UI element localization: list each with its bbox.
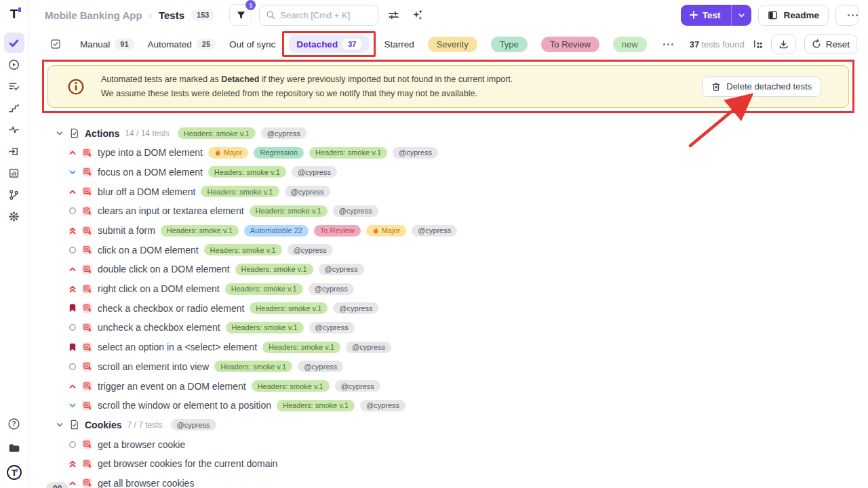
test-row[interactable]: scroll an element into viewHeaders: smok…	[28, 357, 868, 377]
suite-row[interactable]: Actions14 / 14 testsHeaders: smoke v.1@c…	[28, 123, 868, 143]
test-row[interactable]: get browser cookies for the current doma…	[28, 454, 868, 474]
test-title[interactable]: select an option in a <select> element	[98, 342, 257, 352]
more-actions-button[interactable]	[835, 5, 859, 26]
search-input[interactable]	[280, 10, 372, 20]
chevron-down-icon	[738, 12, 745, 19]
test-title[interactable]: get a browser cookie	[98, 439, 185, 450]
badge-headers-smoke-v-1: Headers: smoke v.1	[178, 127, 256, 139]
test-title[interactable]: focus on a DOM element	[98, 167, 203, 178]
test-row[interactable]: get a browser cookie	[28, 434, 868, 454]
test-row[interactable]: type into a DOM elementMajorRegressionHe…	[28, 143, 868, 163]
sidebar-item-pulse[interactable]	[4, 119, 24, 140]
test-title[interactable]: trigger an event on a DOM element	[98, 381, 246, 392]
book-icon	[768, 10, 778, 20]
new-test-dropdown-button[interactable]	[731, 5, 751, 26]
badge-headers-smoke-v-1: Headers: smoke v.1	[161, 225, 239, 237]
suite-row[interactable]: Cookies7 / 7 tests@cypress	[28, 415, 868, 435]
view-settings-button[interactable]	[385, 7, 402, 24]
test-row[interactable]: submit a formHeaders: smoke v.1Automatab…	[28, 221, 868, 241]
badge-major: Major	[208, 147, 249, 159]
test-title[interactable]: double click on a DOM element	[98, 264, 230, 274]
sidebar-item-branches[interactable]	[4, 184, 24, 205]
brand-logo[interactable]: T	[4, 462, 24, 483]
more-filters-button[interactable]	[660, 41, 676, 48]
test-title[interactable]: scroll an element into view	[98, 361, 209, 372]
badge--cypress: @cypress	[292, 166, 337, 178]
filter-button[interactable]: 1	[229, 4, 252, 26]
test-row[interactable]: clears an input or textarea elementHeade…	[28, 201, 868, 221]
reset-button[interactable]: Reset	[804, 34, 857, 54]
badge--cypress: @cypress	[319, 264, 364, 275]
sidebar-item-settings[interactable]	[4, 206, 24, 226]
badge--cypress: @cypress	[333, 205, 378, 217]
help-icon: ?	[7, 418, 20, 430]
app-logo[interactable]: T	[10, 7, 18, 22]
readme-button[interactable]: Readme	[758, 5, 829, 26]
test-title[interactable]: get all browser cookies	[98, 478, 194, 488]
sidebar-item-import[interactable]	[4, 141, 24, 161]
test-title[interactable]: clears an input or textarea element	[98, 205, 244, 216]
test-row[interactable]: blur off a DOM elementHeaders: smoke v.1…	[28, 182, 868, 201]
test-row[interactable]: get all browser cookies	[28, 474, 868, 488]
test-row[interactable]: click on a DOM elementHeaders: smoke v.1…	[28, 240, 868, 260]
breadcrumb-project[interactable]: Mobile Banking App	[45, 9, 142, 21]
tab-automated[interactable]: Automated 25	[148, 39, 216, 49]
main-area: Mobile Banking App › Tests 153 1 Test	[28, 0, 868, 488]
badge-headers-smoke-v-1: Headers: smoke v.1	[252, 380, 330, 392]
test-row[interactable]: check a checkbox or radio elementHeaders…	[28, 298, 868, 318]
test-row[interactable]: focus on a DOM elementHeaders: smoke v.1…	[28, 163, 868, 182]
steps-icon	[8, 102, 20, 114]
test-row[interactable]: select an option in a <select> elementHe…	[28, 338, 868, 357]
list-check-icon	[8, 81, 20, 92]
badge-headers-smoke-v-1: Headers: smoke v.1	[226, 322, 304, 333]
filter-pill-to-review[interactable]: To Review	[541, 37, 599, 52]
tab-starred[interactable]: Starred	[384, 39, 414, 49]
filter-pill-type[interactable]: Type	[491, 37, 528, 52]
suite-count: 7 / 7 tests	[127, 420, 162, 430]
badge--cypress: @cypress	[309, 283, 354, 295]
pulse-icon	[8, 124, 20, 136]
sidebar-item-tests[interactable]	[4, 33, 24, 53]
tab-detached[interactable]: Detached 37	[289, 35, 369, 53]
test-row[interactable]: uncheck a checkbox elementHeaders: smoke…	[28, 318, 868, 338]
test-title[interactable]: submit a form	[98, 225, 155, 236]
sidebar-item-runs[interactable]	[4, 54, 24, 75]
select-all-button[interactable]	[47, 36, 64, 52]
chevron-down-icon[interactable]	[56, 129, 64, 138]
test-row[interactable]: trigger an event on a DOM elementHeaders…	[28, 376, 868, 396]
test-row[interactable]: scroll the window or element to a positi…	[28, 396, 868, 415]
plus-icon	[690, 11, 698, 19]
sidebar-item-docs[interactable]	[4, 438, 24, 458]
ai-assist-button[interactable]	[409, 7, 426, 24]
test-title[interactable]: blur off a DOM element	[98, 186, 195, 197]
sidebar-item-results[interactable]	[4, 76, 24, 96]
test-row[interactable]: double click on a DOM elementHeaders: sm…	[28, 260, 868, 279]
tab-manual[interactable]: Manual 91	[80, 39, 134, 49]
test-title[interactable]: get browser cookies for the current doma…	[98, 458, 277, 469]
priority-high-icon	[68, 479, 77, 487]
sidebar-item-help[interactable]: ?	[4, 413, 24, 434]
new-test-split-button[interactable]: Test	[681, 5, 752, 26]
filter-pill-severity[interactable]: Severity	[428, 37, 477, 52]
test-title[interactable]: scroll the window or element to a positi…	[98, 400, 271, 411]
test-title[interactable]: type into a DOM element	[98, 147, 203, 158]
test-title[interactable]: uncheck a checkbox element	[98, 322, 220, 333]
test-title[interactable]: check a checkbox or radio element	[98, 303, 244, 314]
chevron-down-icon[interactable]	[56, 421, 64, 429]
new-test-button[interactable]: Test	[681, 5, 732, 26]
filter-pill-new[interactable]: new	[613, 37, 647, 52]
test-title[interactable]: click on a DOM element	[98, 245, 199, 256]
delete-detached-tests-button[interactable]: Delete detached tests	[702, 77, 821, 97]
test-row[interactable]: right click on a DOM elementHeaders: smo…	[28, 279, 868, 299]
tab-out-of-sync[interactable]: Out of sync	[229, 39, 275, 49]
info-icon	[67, 78, 85, 96]
detached-icon	[82, 342, 92, 352]
sidebar-item-analytics[interactable]	[4, 163, 24, 183]
badge-headers-smoke-v-1: Headers: smoke v.1	[262, 342, 340, 353]
export-button[interactable]	[771, 34, 796, 54]
sidebar-item-steps[interactable]	[4, 98, 24, 118]
test-title[interactable]: right click on a DOM element	[98, 283, 220, 294]
search-box[interactable]	[259, 5, 378, 26]
tree-view-button[interactable]	[750, 37, 766, 52]
banner-text: Automated tests are marked as Detached i…	[101, 73, 513, 100]
